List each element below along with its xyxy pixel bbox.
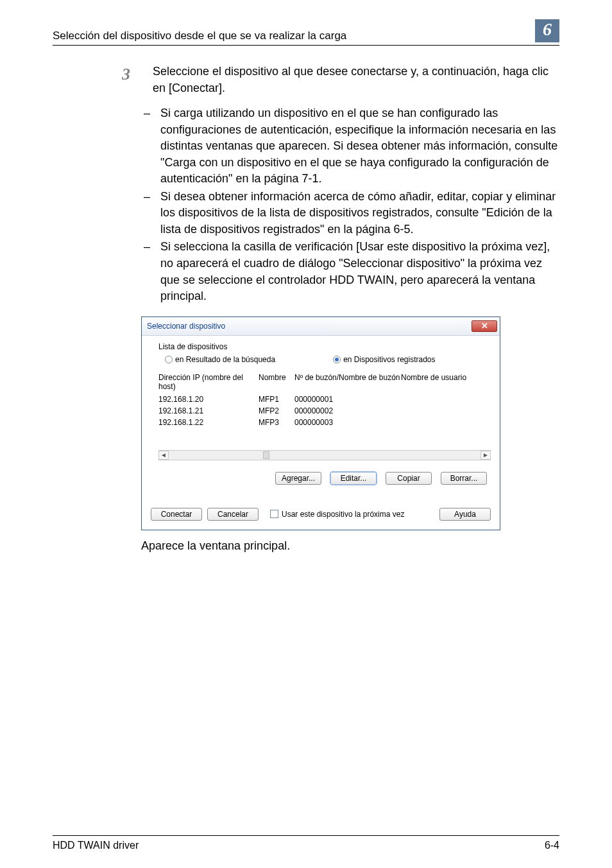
radio-icon [333, 356, 341, 363]
radio-search-label: en Resultado de la búsqueda [175, 355, 275, 364]
cancel-button[interactable]: Cancelar [207, 508, 259, 521]
step-text: Seleccione el dispositivo al que desee c… [153, 64, 559, 96]
step-number: 3 [122, 64, 153, 96]
scroll-thumb[interactable] [263, 451, 269, 459]
table-row[interactable]: 192.168.1.22 MFP3 000000003 [158, 417, 491, 428]
radio-search-results[interactable]: en Resultado de la búsqueda [165, 355, 275, 364]
checkbox-icon [270, 510, 278, 518]
page-footer: HDD TWAIN driver 6-4 [53, 835, 559, 851]
col-ip: Dirección IP (nombre del host) [158, 373, 259, 391]
close-icon: ✕ [481, 321, 488, 331]
delete-button[interactable]: Borrar... [441, 472, 487, 485]
col-box: Nº de buzón/Nombre de buzón [294, 373, 401, 391]
after-dialog-text: Aparece la ventana principal. [141, 538, 559, 555]
use-next-time-label: Usar este dispositivo la próxima vez [282, 510, 404, 519]
close-button[interactable]: ✕ [472, 320, 497, 332]
cell-ip: 192.168.1.20 [158, 394, 259, 405]
col-user: Nombre de usuario [401, 373, 478, 391]
horizontal-scrollbar[interactable]: ◄ ► [158, 450, 491, 460]
chapter-number-badge: 6 [535, 19, 559, 42]
use-next-time-checkbox[interactable]: Usar este dispositivo la próxima vez [270, 510, 404, 519]
scroll-right-icon[interactable]: ► [480, 451, 491, 460]
list-item: Si desea obtener información acerca de c… [141, 189, 559, 238]
radio-registered-label: en Dispositivos registrados [343, 355, 435, 364]
device-list-group-label: Lista de dispositivos [151, 342, 491, 351]
radio-icon [165, 356, 173, 363]
select-device-dialog: Seleccionar dispositivo ✕ Lista de dispo… [141, 317, 500, 530]
dialog-titlebar: Seleccionar dispositivo ✕ [142, 317, 500, 336]
step-block: 3 Seleccione el dispositivo al que desee… [122, 64, 559, 96]
cell-user [401, 417, 478, 428]
table-row[interactable]: 192.168.1.20 MFP1 000000001 [158, 394, 491, 405]
connect-button[interactable]: Conectar [151, 508, 202, 521]
cell-user [401, 394, 478, 405]
edit-button[interactable]: Editar... [330, 472, 377, 485]
footer-right: 6-4 [545, 840, 559, 851]
cell-name: MFP1 [259, 394, 294, 405]
radio-registered-devices[interactable]: en Dispositivos registrados [333, 355, 435, 364]
cell-box: 000000003 [294, 417, 401, 428]
running-header-title: Selección del dispositivo desde el que s… [53, 30, 529, 42]
help-button[interactable]: Ayuda [439, 508, 491, 521]
cell-ip: 192.168.1.22 [158, 417, 259, 428]
col-name: Nombre [259, 373, 294, 391]
scroll-left-icon[interactable]: ◄ [158, 451, 169, 460]
copy-button[interactable]: Copiar [386, 472, 432, 485]
list-item: Si selecciona la casilla de verificación… [141, 239, 559, 304]
add-button[interactable]: Agregar... [275, 472, 321, 485]
cell-name: MFP3 [259, 417, 294, 428]
dialog-title-text: Seleccionar dispositivo [147, 322, 472, 331]
table-row[interactable]: 192.168.1.21 MFP2 000000002 [158, 405, 491, 417]
cell-user [401, 405, 478, 417]
table-header: Dirección IP (nombre del host) Nombre Nº… [158, 373, 491, 391]
running-header: Selección del dispositivo desde el que s… [53, 19, 559, 46]
device-table: Dirección IP (nombre del host) Nombre Nº… [158, 373, 491, 428]
sub-bullet-list: Si carga utilizando un dispositivo en el… [141, 105, 559, 305]
footer-left: HDD TWAIN driver [53, 840, 545, 851]
list-item: Si carga utilizando un dispositivo en el… [141, 105, 559, 187]
cell-name: MFP2 [259, 405, 294, 417]
cell-box: 000000002 [294, 405, 401, 417]
cell-ip: 192.168.1.21 [158, 405, 259, 417]
cell-box: 000000001 [294, 394, 401, 405]
